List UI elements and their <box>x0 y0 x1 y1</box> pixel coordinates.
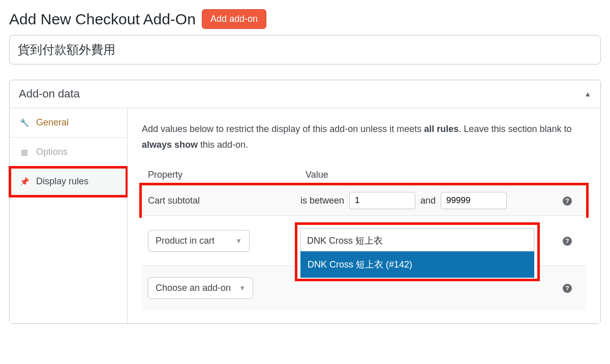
chevron-down-icon: ▼ <box>235 237 242 245</box>
intro-text: Add values below to restrict the display… <box>142 121 586 152</box>
display-rules-content: Add values below to restrict the display… <box>128 108 600 323</box>
rule-row-cart-subtotal: Cart subtotal is between and ? <box>142 185 586 215</box>
tab-general[interactable]: 🔧 General <box>10 108 127 138</box>
settings-tabs: 🔧 General ▦ Options 📌 Display rules <box>10 108 128 323</box>
tab-display-rules[interactable]: 📌 Display rules <box>10 167 127 196</box>
conj-text: and <box>420 195 436 206</box>
column-value: Value <box>306 170 580 180</box>
tab-options-label: Options <box>36 147 68 157</box>
panel-header[interactable]: Add-on data ▲ <box>10 80 600 108</box>
tab-options[interactable]: ▦ Options <box>10 138 127 167</box>
property-select-choose-addon[interactable]: Choose an add-on ▼ <box>148 277 253 299</box>
property-select-label: Product in cart <box>156 236 215 246</box>
add-addon-button[interactable]: Add add-on <box>202 9 266 29</box>
pin-icon: 📌 <box>20 177 29 186</box>
product-option[interactable]: DNK Cross 短上衣 (#142) <box>300 251 534 278</box>
addon-title-input[interactable] <box>9 35 601 64</box>
rule-row-product-in-cart: Product in cart ▼ DNK Cross 短上衣 DNK Cros… <box>142 215 586 266</box>
addon-data-panel: Add-on data ▲ 🔧 General ▦ Options 📌 Disp… <box>9 80 601 324</box>
grid-icon: ▦ <box>20 148 29 157</box>
column-property: Property <box>148 170 306 180</box>
product-dropdown: DNK Cross 短上衣 (#142) <box>300 251 534 278</box>
cart-subtotal-from-input[interactable] <box>349 192 415 209</box>
help-icon[interactable]: ? <box>563 196 572 206</box>
chevron-down-icon: ▼ <box>239 284 246 292</box>
help-icon[interactable]: ? <box>563 284 572 293</box>
product-search-input[interactable]: DNK Cross 短上衣 <box>300 228 534 253</box>
choose-addon-label: Choose an add-on <box>156 283 231 293</box>
property-select-product-in-cart[interactable]: Product in cart ▼ <box>148 230 250 252</box>
collapse-toggle-icon[interactable]: ▲ <box>584 90 591 98</box>
cart-subtotal-to-input[interactable] <box>441 192 507 209</box>
tab-display-rules-label: Display rules <box>36 176 88 187</box>
panel-title: Add-on data <box>19 87 80 101</box>
operator-text: is between <box>300 195 344 206</box>
tab-general-label: General <box>36 117 69 128</box>
page-title: Add New Checkout Add-On <box>9 11 196 28</box>
wrench-icon: 🔧 <box>20 118 29 127</box>
help-icon[interactable]: ? <box>563 237 572 246</box>
cart-subtotal-label: Cart subtotal <box>148 195 300 206</box>
